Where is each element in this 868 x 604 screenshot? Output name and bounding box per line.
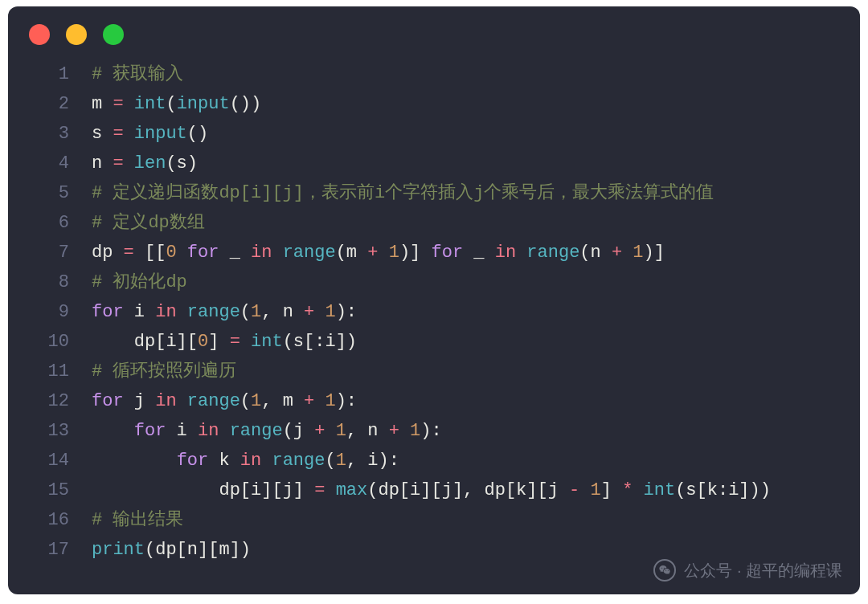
line-number: 13: [31, 416, 69, 446]
code-line: 15 dp[i][j] = max(dp[i][j], dp[k][j - 1]…: [31, 475, 839, 505]
line-number: 15: [31, 475, 69, 505]
line-number: 2: [31, 89, 69, 119]
line-number: 7: [31, 238, 69, 267]
code-line: 6# 定义dp数组: [31, 208, 839, 238]
code-line: 2m = int(input()): [31, 89, 839, 119]
line-number: 4: [31, 149, 69, 178]
line-number: 8: [31, 267, 69, 297]
code-line: 5# 定义递归函数dp[i][j]，表示前i个字符插入j个乘号后，最大乘法算式的…: [31, 178, 839, 208]
line-number: 14: [31, 446, 69, 475]
code-block: 1# 获取输入2m = int(input())3s = input()4n =…: [8, 59, 860, 581]
watermark: 公众号 · 超平的编程课: [653, 559, 842, 582]
code-content: # 定义dp数组: [92, 208, 839, 238]
close-icon[interactable]: [29, 24, 50, 45]
line-number: 11: [31, 357, 69, 386]
minimize-icon[interactable]: [66, 24, 87, 45]
code-line: 9for i in range(1, n + 1):: [31, 297, 839, 327]
code-content: # 定义递归函数dp[i][j]，表示前i个字符插入j个乘号后，最大乘法算式的值: [92, 178, 839, 208]
code-line: 8# 初始化dp: [31, 267, 839, 297]
code-content: # 循环按照列遍历: [92, 357, 839, 386]
code-content: dp[i][j] = max(dp[i][j], dp[k][j - 1] * …: [92, 475, 839, 505]
code-line: 11# 循环按照列遍历: [31, 357, 839, 386]
code-content: dp = [[0 for _ in range(m + 1)] for _ in…: [92, 238, 839, 267]
code-content: dp[i][0] = int(s[:i]): [92, 327, 839, 357]
line-number: 6: [31, 208, 69, 238]
code-content: # 初始化dp: [92, 267, 839, 297]
line-number: 5: [31, 178, 69, 208]
code-content: for i in range(j + 1, n + 1):: [92, 416, 839, 446]
watermark-label: 公众号 · 超平的编程课: [684, 560, 842, 582]
line-number: 3: [31, 119, 69, 149]
code-line: 7dp = [[0 for _ in range(m + 1)] for _ i…: [31, 238, 839, 267]
code-line: 10 dp[i][0] = int(s[:i]): [31, 327, 839, 357]
window-titlebar: [8, 6, 860, 59]
wechat-icon: [653, 559, 676, 582]
zoom-icon[interactable]: [103, 24, 124, 45]
line-number: 9: [31, 297, 69, 327]
code-line: 13 for i in range(j + 1, n + 1):: [31, 416, 839, 446]
code-line: 12for j in range(1, m + 1):: [31, 386, 839, 416]
line-number: 12: [31, 386, 69, 416]
code-content: n = len(s): [92, 149, 839, 178]
code-content: for k in range(1, i):: [92, 446, 839, 475]
code-content: for j in range(1, m + 1):: [92, 386, 839, 416]
code-line: 1# 获取输入: [31, 59, 839, 89]
code-line: 14 for k in range(1, i):: [31, 446, 839, 475]
code-line: 16# 输出结果: [31, 505, 839, 535]
line-number: 17: [31, 535, 69, 565]
line-number: 10: [31, 327, 69, 357]
code-line: 4n = len(s): [31, 149, 839, 178]
code-content: # 输出结果: [92, 505, 839, 535]
code-line: 3s = input(): [31, 119, 839, 149]
code-content: s = input(): [92, 119, 839, 149]
line-number: 16: [31, 505, 69, 535]
code-content: m = int(input()): [92, 89, 839, 119]
line-number: 1: [31, 59, 69, 89]
code-window: 1# 获取输入2m = int(input())3s = input()4n =…: [8, 6, 860, 594]
code-content: # 获取输入: [92, 59, 839, 89]
code-content: for i in range(1, n + 1):: [92, 297, 839, 327]
